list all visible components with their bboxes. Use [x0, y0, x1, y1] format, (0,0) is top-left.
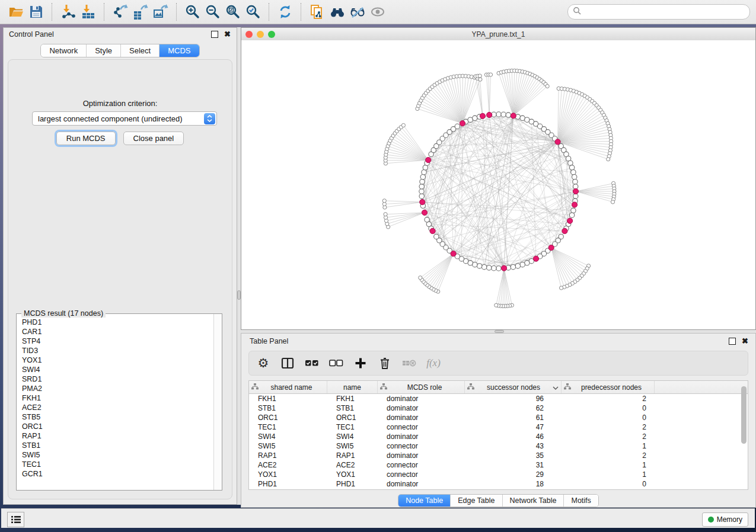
table-cell[interactable]: 29	[465, 470, 562, 479]
table-row[interactable]: ACE2ACE2connector311	[249, 460, 748, 470]
table-cell[interactable]: YOX1	[249, 470, 327, 479]
table-cell[interactable]: dominator	[378, 404, 465, 412]
column-header-shared-name[interactable]: shared name	[249, 381, 327, 393]
table-cell[interactable]: 1	[562, 442, 655, 450]
table-cell[interactable]: SWI5	[249, 442, 327, 450]
close-panel-icon[interactable]: ✖	[224, 31, 231, 37]
table-cell[interactable]: dominator	[378, 451, 465, 460]
delete-column-icon[interactable]	[377, 355, 393, 371]
table-cell[interactable]: 31	[465, 461, 562, 469]
mcds-result-item[interactable]: SRD1	[17, 374, 213, 384]
mcds-result-item[interactable]: RAP1	[17, 431, 213, 441]
mcds-result-item[interactable]: SWI5	[17, 450, 213, 460]
mcds-result-item[interactable]: STP4	[17, 336, 213, 346]
table-row[interactable]: SWI4SWI4dominator462	[249, 432, 748, 441]
table-cell[interactable]: 47	[465, 423, 562, 431]
table-cell[interactable]: RAP1	[327, 451, 378, 460]
save-session-icon[interactable]	[26, 2, 46, 22]
export-network-icon[interactable]	[110, 2, 130, 22]
table-cell[interactable]: TEC1	[327, 423, 378, 431]
table-cell[interactable]: 61	[465, 414, 562, 422]
table-cell[interactable]: ORC1	[249, 414, 327, 422]
table-cell[interactable]: ORC1	[327, 414, 378, 422]
table-cell[interactable]: TEC1	[249, 423, 327, 431]
table-cell[interactable]: 2	[562, 432, 655, 441]
memory-button[interactable]: Memory	[702, 512, 748, 527]
table-cell[interactable]: SWI4	[327, 432, 378, 441]
column-header-successor-nodes[interactable]: successor nodes	[465, 381, 562, 393]
mcds-result-list[interactable]: PHD1CAR1STP4TID3YOX1SWI4SRD1PMA2FKH1ACE2…	[17, 318, 213, 489]
zoom-selected-icon[interactable]	[243, 2, 263, 22]
table-cell[interactable]: 96	[465, 395, 562, 403]
table-cell[interactable]: RAP1	[249, 451, 327, 460]
table-cell[interactable]: 2	[562, 451, 655, 460]
add-column-icon[interactable]	[352, 355, 369, 371]
hide-edges-icon[interactable]	[347, 2, 368, 22]
table-scrollbar[interactable]	[741, 386, 747, 444]
table-cell[interactable]: STB1	[327, 404, 378, 412]
tab-node-table[interactable]: Node Table	[398, 495, 451, 507]
table-cell[interactable]: STB1	[249, 404, 327, 412]
mcds-result-item[interactable]: PMA2	[17, 384, 213, 393]
table-cell[interactable]: 46	[465, 432, 562, 441]
show-columns-icon[interactable]	[279, 355, 296, 371]
table-row[interactable]: FKH1FKH1dominator962	[249, 394, 748, 403]
table-cell[interactable]: PHD1	[249, 480, 327, 488]
find-icon[interactable]	[327, 2, 347, 22]
unselect-all-icon[interactable]	[328, 355, 344, 371]
table-cell[interactable]: 2	[562, 423, 655, 431]
table-cell[interactable]: dominator	[378, 432, 465, 441]
mcds-result-item[interactable]: STB1	[17, 441, 213, 450]
column-header-MCDS-role[interactable]: MCDS role	[378, 381, 465, 393]
tab-network[interactable]: Network	[41, 44, 87, 57]
table-row[interactable]: TEC1TEC1connector472	[249, 422, 748, 432]
network-window-titlebar[interactable]: YPA_prune.txt_1	[241, 28, 755, 41]
tab-mcds[interactable]: MCDS	[160, 44, 199, 57]
table-row[interactable]: STB1STB1dominator620	[249, 403, 748, 413]
mcds-result-item[interactable]: ORC1	[17, 422, 213, 431]
table-row[interactable]: YOX1YOX1connector291	[249, 470, 748, 479]
search-box[interactable]	[567, 4, 750, 20]
run-mcds-button[interactable]: Run MCDS	[56, 132, 116, 145]
table-cell[interactable]: 35	[465, 451, 562, 460]
table-cell[interactable]: 18	[465, 480, 562, 488]
clone-network-icon[interactable]	[307, 2, 327, 22]
tab-edge-table[interactable]: Edge Table	[451, 495, 502, 507]
open-session-icon[interactable]	[6, 2, 26, 22]
table-cell[interactable]: connector	[378, 461, 465, 469]
column-header-name[interactable]: name	[327, 381, 378, 393]
table-cell[interactable]: ACE2	[327, 461, 378, 469]
zoom-in-icon[interactable]	[183, 2, 203, 22]
table-cell[interactable]: SWI5	[327, 442, 378, 450]
table-cell[interactable]: 1	[562, 461, 655, 469]
mcds-result-item[interactable]: STB5	[17, 412, 213, 422]
import-network-icon[interactable]	[58, 2, 78, 22]
column-header-predecessor-nodes[interactable]: predecessor nodes	[562, 381, 655, 393]
search-input[interactable]	[581, 7, 745, 17]
table-cell[interactable]: connector	[378, 470, 465, 479]
export-table-icon[interactable]	[130, 2, 151, 22]
mcds-result-item[interactable]: PHD1	[17, 318, 213, 327]
select-all-icon[interactable]	[304, 355, 320, 371]
table-cell[interactable]: FKH1	[249, 395, 327, 403]
table-cell[interactable]: connector	[378, 442, 465, 450]
mcds-result-item[interactable]: ACE2	[17, 403, 213, 412]
tab-select[interactable]: Select	[121, 44, 160, 57]
table-cell[interactable]: SWI4	[249, 432, 327, 441]
table-row[interactable]: PHD1PHD1dominator180	[249, 479, 748, 489]
list-scrollbar[interactable]	[213, 314, 222, 490]
close-panel-icon[interactable]: ✖	[742, 338, 748, 344]
table-cell[interactable]: dominator	[378, 414, 465, 422]
close-panel-button[interactable]: Close panel	[123, 132, 184, 145]
table-row[interactable]: SWI5SWI5connector431	[249, 441, 748, 451]
export-image-icon[interactable]	[151, 2, 171, 22]
network-canvas[interactable]	[241, 40, 755, 329]
table-cell[interactable]: 0	[562, 404, 655, 412]
network-graph[interactable]	[241, 40, 755, 329]
show-eye-icon[interactable]	[368, 2, 388, 22]
table-cell[interactable]: 0	[562, 414, 655, 422]
mcds-result-item[interactable]: TEC1	[17, 460, 213, 469]
table-settings-gear-icon[interactable]: ⚙	[255, 355, 272, 371]
mcds-result-item[interactable]: TID3	[17, 346, 213, 355]
table-cell[interactable]: 62	[465, 404, 562, 412]
